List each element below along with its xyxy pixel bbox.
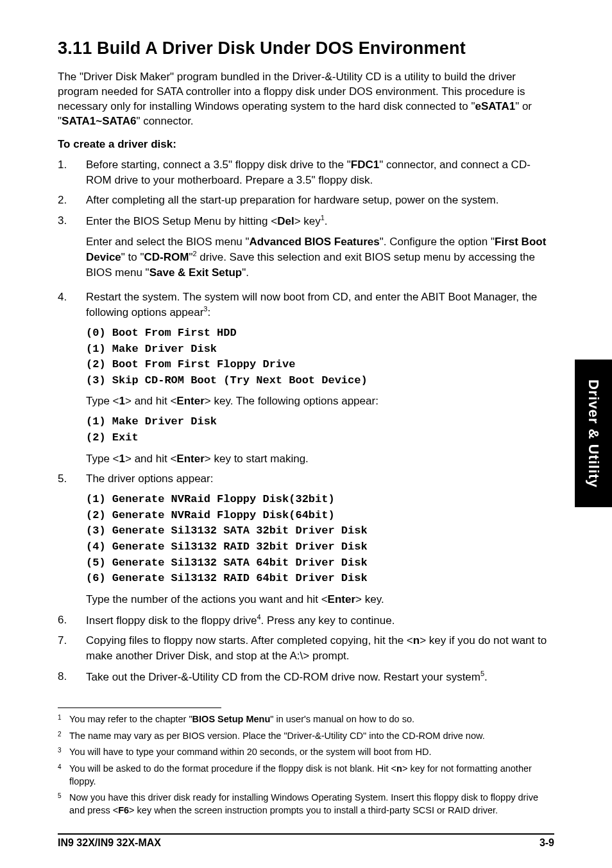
text: Enter: [176, 453, 204, 465]
text: " to ": [121, 251, 144, 263]
text: Insert floppy disk to the floppy drive: [86, 614, 257, 626]
step-4: Restart the system. The system will now …: [58, 290, 554, 467]
footnote-number: 3: [58, 746, 62, 755]
footnotes-separator: [58, 707, 221, 708]
text: :: [207, 306, 210, 318]
footnote-4: 4 You will be asked to do the format pro…: [58, 763, 554, 788]
section-title: 3.11 Build A Driver Disk Under DOS Envir…: [58, 39, 554, 58]
text: 1: [119, 453, 125, 465]
text: Type <: [86, 453, 119, 465]
text: F6: [118, 805, 129, 815]
text: Save & Exit Setup: [149, 266, 242, 279]
text: > key. The following options appear:: [205, 395, 378, 407]
footnote-number: 2: [58, 730, 62, 739]
text: > key: [294, 215, 321, 227]
step-5: The driver options appear: (1) Generate …: [58, 471, 554, 607]
text: eSATA1: [475, 100, 515, 112]
text: > key.: [355, 593, 384, 605]
step-3: Enter the BIOS Setup Menu by hitting <De…: [58, 213, 554, 281]
footnote-1: 1 You may refer to the chapter "BIOS Set…: [58, 713, 554, 726]
footnote-number: 4: [58, 763, 62, 772]
text: BIOS Setup Menu: [192, 714, 271, 724]
text: CD-ROM: [144, 251, 189, 263]
footnote-2: 2 The name may vary as per BIOS version.…: [58, 730, 554, 743]
text: " in user's manual on how to do so.: [270, 714, 414, 724]
footnote-3: 3 You will have to type your command wit…: [58, 746, 554, 759]
boot-options-2: (1) Make Driver Disk (2) Exit: [86, 414, 554, 446]
text: Del: [277, 215, 294, 227]
side-tab-label: Driver & Utility: [585, 379, 602, 488]
text: Before starting, connect a 3.5" floppy d…: [86, 159, 351, 171]
step-6: Insert floppy disk to the floppy drive4.…: [58, 612, 554, 628]
footnote-5: 5 Now you have this driver disk ready fo…: [58, 792, 554, 817]
step-8: Take out the Driver-&-Utility CD from th…: [58, 669, 554, 684]
text: 1: [119, 395, 125, 407]
text: Enter: [328, 593, 355, 605]
text: You will have to type your command withi…: [69, 747, 431, 757]
text: You may refer to the chapter ": [69, 714, 192, 724]
text: > key when the screen instruction prompt…: [129, 805, 498, 815]
text: You will be asked to do the format proce…: [69, 763, 396, 774]
text: .: [325, 215, 328, 227]
text: n: [413, 634, 420, 647]
text: > and hit <: [125, 395, 176, 407]
footnote-number: 1: [58, 713, 62, 722]
text: ".: [242, 266, 249, 279]
text: .: [484, 670, 488, 682]
text: SATA1~SATA6: [62, 115, 136, 127]
step-7: Copying files to floppy now starts. Afte…: [58, 633, 554, 664]
footer-right: 3-9: [540, 837, 554, 849]
side-tab: Driver & Utility: [575, 360, 612, 507]
text: . Press any key to continue.: [261, 614, 395, 626]
driver-options: (1) Generate NVRaid Floppy Disk(32bit) (…: [86, 492, 554, 587]
intro-paragraph: The "Driver Disk Maker" program bundled …: [58, 70, 554, 129]
footer-left: IN9 32X/IN9 32X-MAX: [58, 837, 161, 849]
text: The driver options appear:: [86, 473, 213, 485]
text: FDC1: [351, 159, 379, 171]
text: Enter: [176, 395, 204, 407]
boot-options-1: (0) Boot From First HDD (1) Make Driver …: [86, 326, 554, 389]
text: The name may vary as per BIOS version. P…: [69, 731, 485, 741]
subheading: To create a driver disk:: [58, 138, 554, 151]
steps-list: Before starting, connect a 3.5" floppy d…: [58, 157, 554, 685]
text: Enter and select the BIOS menu ": [86, 236, 250, 248]
text: ". Configure the option ": [380, 236, 495, 248]
step-1: Before starting, connect a 3.5" floppy d…: [58, 157, 554, 188]
text: Copying files to floppy now starts. Afte…: [86, 634, 413, 647]
text: Restart the system. The system will now …: [86, 291, 537, 318]
text: n: [396, 763, 402, 774]
footnotes: 1 You may refer to the chapter "BIOS Set…: [58, 713, 554, 817]
page-footer: IN9 32X/IN9 32X-MAX 3-9: [58, 833, 554, 849]
text: > and hit <: [125, 453, 176, 465]
text: Type <: [86, 395, 119, 407]
footnote-number: 5: [58, 792, 62, 801]
step-2: After completing all the start-up prepar…: [58, 193, 554, 208]
document-page: Driver & Utility 3.11 Build A Driver Dis…: [0, 0, 612, 868]
text: Advanced BIOS Features: [250, 236, 380, 248]
text: Type the number of the actions you want …: [86, 593, 328, 605]
text: > key to start making.: [205, 453, 309, 465]
text: After completing all the start-up prepar…: [86, 194, 499, 206]
text: " connector.: [136, 115, 193, 127]
text: Enter the BIOS Setup Menu by hitting <: [86, 215, 277, 227]
text: Take out the Driver-&-Utility CD from th…: [86, 670, 480, 682]
text: The "Driver Disk Maker" program bundled …: [58, 71, 525, 112]
